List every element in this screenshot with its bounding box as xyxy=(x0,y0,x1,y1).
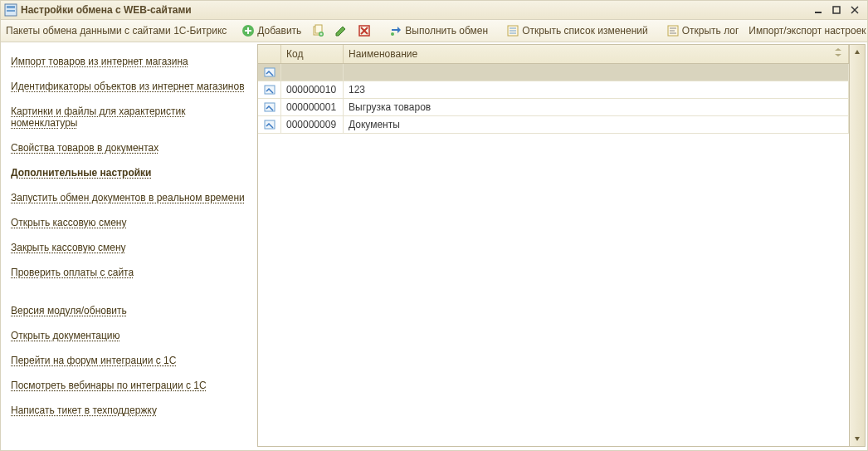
sidebar: Импорт товаров из интернет магазина Иден… xyxy=(1,42,256,450)
sidebar-link-open-docs[interactable]: Открыть документацию xyxy=(11,330,120,341)
execute-exchange-label: Выполнить обмен xyxy=(405,25,488,37)
app-window: Настройки обмена с WEB-сайтами Пакеты об… xyxy=(0,0,868,451)
body-area: Импорт товаров из интернет магазина Иден… xyxy=(1,42,867,450)
import-export-button[interactable]: Импорт/экспорт настроек обмена xyxy=(745,23,868,38)
window-title: Настройки обмена с WEB-сайтами xyxy=(21,4,812,16)
data-grid: Код Наименование xyxy=(257,44,850,447)
toolbar-title-label: Пакеты обмена данными с сайтами 1С-Битри… xyxy=(6,25,227,37)
table-row[interactable]: 000000001 Выгрузка товаров xyxy=(258,99,849,116)
grid-header-code[interactable]: Код xyxy=(281,45,344,63)
svg-rect-4 xyxy=(833,7,840,13)
scroll-track[interactable] xyxy=(850,60,865,431)
cell-name: 123 xyxy=(344,81,849,98)
import-export-label: Импорт/экспорт настроек обмена xyxy=(749,25,868,37)
vertical-scrollbar[interactable] xyxy=(850,44,866,447)
cell-code: 000000010 xyxy=(281,81,344,98)
sidebar-link-forum-1c[interactable]: Перейти на форум интеграции с 1С xyxy=(11,355,176,366)
log-icon xyxy=(666,24,680,37)
edit-button[interactable] xyxy=(331,22,351,39)
open-changes-label: Открыть список изменений xyxy=(522,25,648,37)
sidebar-link-object-ids[interactable]: Идентификаторы объектов из интернет мага… xyxy=(11,81,245,92)
row-icon xyxy=(263,118,276,131)
sidebar-link-version-update[interactable]: Версия модуля/обновить xyxy=(11,305,127,316)
sidebar-link-import-goods[interactable]: Импорт товаров из интернет магазина xyxy=(11,56,188,67)
sidebar-link-pictures-files[interactable]: Картинки и файлы для характеристик номен… xyxy=(11,105,247,129)
scroll-up-button[interactable] xyxy=(850,45,865,60)
execute-exchange-button[interactable]: Выполнить обмен xyxy=(386,22,491,39)
copy-button[interactable] xyxy=(308,22,328,39)
sidebar-link-webinars-1c[interactable]: Посмотреть вебинары по интеграции с 1С xyxy=(11,380,207,391)
grid-header: Код Наименование xyxy=(258,45,849,64)
sort-indicator-icon xyxy=(833,47,843,60)
scroll-down-button[interactable] xyxy=(850,431,865,446)
list-icon xyxy=(506,24,519,37)
maximize-button[interactable] xyxy=(831,4,842,16)
cell-code: 000000001 xyxy=(281,99,344,115)
row-icon xyxy=(263,100,276,114)
delete-icon xyxy=(358,24,371,37)
sidebar-link-support-ticket[interactable]: Написать тикет в техподдержку xyxy=(11,404,157,416)
window-controls xyxy=(812,4,864,16)
toolbar: Пакеты обмена данными с сайтами 1С-Битри… xyxy=(1,20,867,42)
close-button[interactable] xyxy=(849,4,861,16)
grid-body[interactable]: 000000010 123 000000001 Выгрузка товаров xyxy=(258,64,849,446)
app-icon xyxy=(4,3,17,17)
cell-name: Выгрузка товаров xyxy=(344,99,849,115)
add-button-label: Добавить xyxy=(257,25,301,37)
titlebar: Настройки обмена с WEB-сайтами xyxy=(1,1,867,20)
row-icon xyxy=(263,66,276,79)
sidebar-link-run-exchange-realtime[interactable]: Запустить обмен документов в реальном вр… xyxy=(11,192,245,203)
grid-filter-row[interactable] xyxy=(258,64,849,81)
sidebar-link-close-cash-shift[interactable]: Закрыть кассовую смену xyxy=(11,242,126,253)
svg-rect-2 xyxy=(7,10,15,12)
table-row[interactable]: 000000009 Документы xyxy=(258,116,849,134)
delete-button[interactable] xyxy=(354,22,374,39)
plus-icon xyxy=(241,24,255,37)
sidebar-link-check-payments[interactable]: Проверить оплаты с сайта xyxy=(11,267,134,278)
minimize-button[interactable] xyxy=(812,4,824,16)
open-log-label: Открыть лог xyxy=(682,25,739,37)
cell-code: 000000009 xyxy=(281,116,344,133)
exchange-icon xyxy=(389,24,402,37)
row-icon xyxy=(263,83,276,96)
svg-point-18 xyxy=(391,32,394,36)
grid-header-name[interactable]: Наименование xyxy=(344,45,849,63)
grid-header-icon-col[interactable] xyxy=(258,45,281,63)
cell-name: Документы xyxy=(344,116,849,133)
table-row[interactable]: 000000010 123 xyxy=(258,81,849,99)
open-log-button[interactable]: Открыть лог xyxy=(663,22,743,39)
pencil-icon xyxy=(334,24,348,37)
copy-icon xyxy=(311,24,324,37)
open-changes-button[interactable]: Открыть список изменений xyxy=(503,22,651,39)
svg-rect-1 xyxy=(7,6,15,8)
sidebar-link-additional-settings[interactable]: Дополнительные настройки xyxy=(11,167,152,179)
sidebar-link-open-cash-shift[interactable]: Открыть кассовую смену xyxy=(11,217,126,228)
grid-header-name-label: Наименование xyxy=(349,48,417,60)
add-button[interactable]: Добавить xyxy=(238,22,305,39)
main-area: Код Наименование xyxy=(256,42,867,450)
sidebar-link-properties-docs[interactable]: Свойства товаров в документах xyxy=(11,142,158,154)
